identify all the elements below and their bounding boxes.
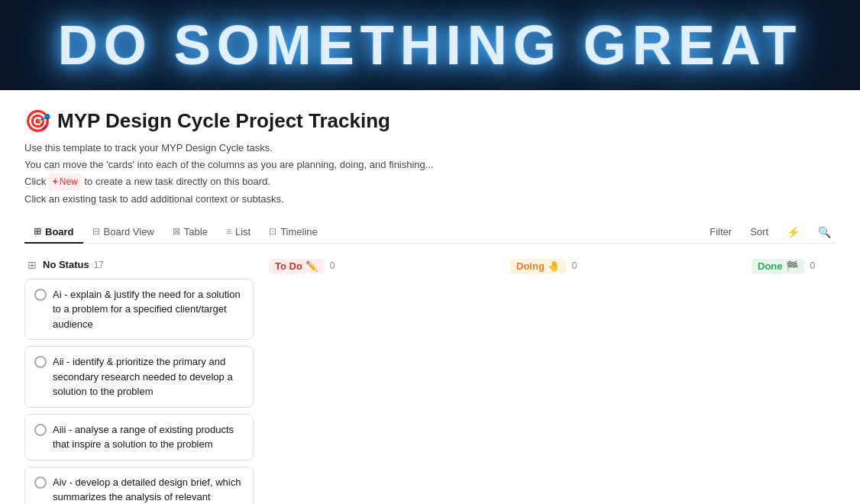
doing-emoji: 🤚	[548, 260, 560, 272]
list-tab-icon: ≡	[226, 226, 231, 237]
task-circle-aiv	[34, 477, 47, 489]
column-no-status-header: ⊞ No Status 17	[24, 259, 254, 271]
desc-line-4: Click an existing task to add additional…	[24, 191, 836, 208]
tab-timeline-label: Timeline	[280, 226, 318, 237]
page-title: MYP Design Cycle Project Tracking	[57, 109, 390, 133]
sort-label: Sort	[750, 226, 768, 237]
task-circle-aii	[34, 356, 47, 368]
sort-button[interactable]: Sort	[745, 223, 773, 241]
page-icon: 🎯	[24, 108, 51, 134]
board-tab-icon: ⊞	[34, 226, 41, 237]
desc-line-3: Click + New to create a new task directl…	[24, 173, 836, 190]
tab-board-view-label: Board View	[104, 226, 154, 237]
tab-board-label: Board	[45, 226, 74, 237]
no-status-icon: ⊞	[27, 259, 37, 271]
hero-text: DO SOMETHING GREAT	[58, 14, 803, 76]
tab-table[interactable]: ⊠ Table	[163, 221, 217, 244]
done-count: 0	[810, 260, 816, 271]
tab-board-view[interactable]: ⊟ Board View	[83, 221, 163, 244]
column-doing: Doing 🤚 0	[507, 259, 736, 504]
page-title-row: 🎯 MYP Design Cycle Project Tracking	[24, 108, 836, 134]
desc-line-1: Use this template to track your MYP Desi…	[24, 140, 836, 157]
tab-table-label: Table	[184, 226, 208, 237]
todo-badge: To Do ✏️	[269, 259, 324, 273]
task-text-aii: Aii - identify & prioritize the primary …	[53, 354, 244, 399]
no-status-title: No Status 17	[43, 259, 104, 270]
timeline-tab-icon: ⊡	[269, 226, 276, 237]
done-badge: Done 🏁	[752, 259, 804, 273]
task-card-aii[interactable]: Aii - identify & prioritize the primary …	[24, 346, 254, 408]
toolbar-right: Filter Sort ⚡ 🔍	[705, 223, 836, 241]
tab-list-label: List	[235, 226, 251, 237]
task-text-aiii: Aiii - analyse a range of existing produ…	[53, 422, 244, 452]
column-no-status: ⊞ No Status 17 Ai - explain & justify th…	[24, 259, 254, 504]
main-content: 🎯 MYP Design Cycle Project Tracking Use …	[0, 90, 860, 504]
task-circle-ai	[34, 289, 47, 301]
task-card-aiii[interactable]: Aiii - analyse a range of existing produ…	[24, 414, 254, 460]
tab-board[interactable]: ⊞ Board	[24, 221, 83, 244]
board-view-tab-icon: ⊟	[92, 226, 100, 237]
search-button[interactable]: 🔍	[813, 223, 836, 241]
column-done: Done 🏁 0	[748, 259, 836, 504]
task-text-aiv: Aiv - develop a detailed design brief, w…	[53, 475, 244, 504]
filter-label: Filter	[710, 226, 732, 237]
column-todo: To Do ✏️ 0	[266, 259, 495, 504]
hero-banner: DO SOMETHING GREAT	[0, 0, 860, 90]
column-doing-header: Doing 🤚 0	[507, 259, 736, 273]
page-description: Use this template to track your MYP Desi…	[24, 140, 836, 208]
task-text-ai: Ai - explain & justify the need for a so…	[53, 287, 244, 332]
table-tab-icon: ⊠	[173, 226, 180, 237]
tabs-row: ⊞ Board ⊟ Board View ⊠ Table ≡ List ⊡ Ti…	[24, 221, 836, 244]
column-todo-header: To Do ✏️ 0	[266, 259, 495, 273]
board-area: ⊞ No Status 17 Ai - explain & justify th…	[24, 244, 836, 504]
desc-line-2: You can move the 'cards' into each of th…	[24, 157, 836, 173]
automation-button[interactable]: ⚡	[782, 223, 804, 241]
done-emoji: 🏁	[786, 260, 798, 272]
tab-list[interactable]: ≡ List	[217, 221, 260, 244]
tab-timeline[interactable]: ⊡ Timeline	[260, 221, 327, 244]
task-card-aiv[interactable]: Aiv - develop a detailed design brief, w…	[24, 467, 254, 504]
lightning-icon: ⚡	[787, 226, 800, 238]
new-badge[interactable]: + New	[49, 173, 82, 190]
filter-button[interactable]: Filter	[705, 223, 736, 241]
task-circle-aiii	[34, 424, 47, 436]
todo-count: 0	[330, 260, 335, 271]
doing-count: 0	[572, 260, 577, 271]
no-status-count: 17	[94, 260, 104, 270]
doing-badge: Doing 🤚	[510, 259, 566, 273]
column-done-header: Done 🏁 0	[748, 259, 836, 273]
todo-emoji: ✏️	[306, 260, 318, 272]
search-icon: 🔍	[818, 226, 831, 238]
task-card-ai[interactable]: Ai - explain & justify the need for a so…	[24, 279, 254, 341]
